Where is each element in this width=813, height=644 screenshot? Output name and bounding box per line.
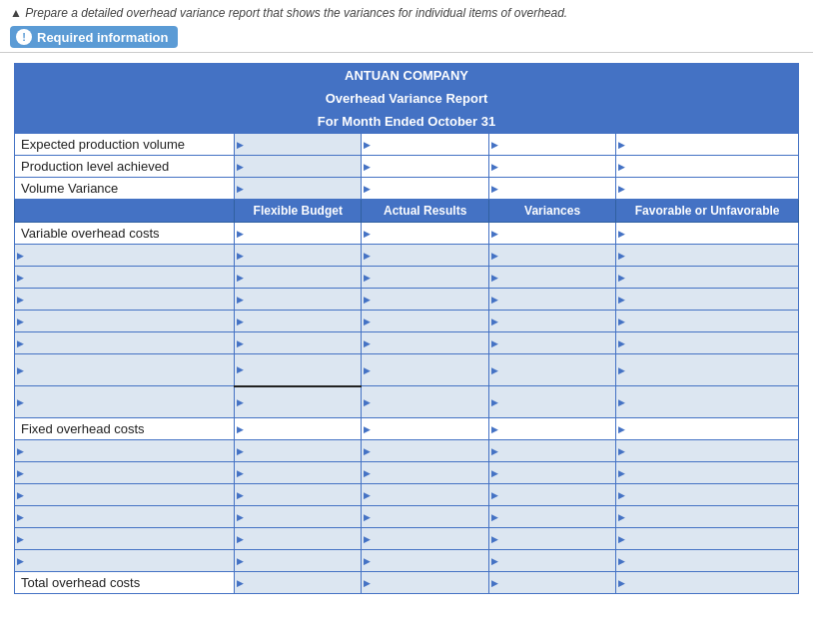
var-row-4 [15, 311, 799, 332]
var-label-7[interactable] [15, 386, 235, 418]
fixed-col2-4[interactable] [362, 506, 488, 528]
var-col1-7[interactable] [235, 386, 362, 418]
variable-section-col4 [616, 223, 799, 245]
var-col1-1[interactable] [235, 245, 362, 267]
fixed-col2-3[interactable] [362, 484, 488, 506]
var-col3-6[interactable] [488, 354, 615, 386]
fixed-col4-2[interactable] [616, 462, 799, 484]
var-row-1 [15, 245, 799, 267]
fixed-col1-1[interactable] [235, 440, 362, 462]
fixed-label-2[interactable] [15, 462, 235, 484]
var-col4-5[interactable] [616, 332, 799, 354]
volume-variance-input[interactable] [235, 178, 362, 200]
var-col4-1[interactable] [616, 245, 799, 267]
fixed-label-6[interactable] [15, 550, 235, 572]
fixed-col3-3[interactable] [488, 484, 615, 506]
required-badge: ! Required information [10, 26, 178, 48]
var-row-7 [15, 386, 799, 418]
var-col4-3[interactable] [616, 289, 799, 311]
volume-variance-label: Volume Variance [15, 178, 235, 200]
period-row: For Month Ended October 31 [15, 110, 799, 134]
var-col1-3[interactable] [235, 289, 362, 311]
total-col4[interactable] [616, 572, 799, 594]
var-label-1[interactable] [15, 245, 235, 267]
var-col3-4[interactable] [488, 311, 615, 332]
total-row: Total overhead costs [15, 572, 799, 594]
volume-variance-input2 [362, 178, 488, 200]
fixed-col4-5[interactable] [616, 528, 799, 550]
fixed-col2-6[interactable] [362, 550, 488, 572]
fixed-col1-5[interactable] [235, 528, 362, 550]
var-col3-2[interactable] [488, 267, 615, 289]
top-bar: ▲ Prepare a detailed overhead variance r… [0, 0, 813, 53]
fixed-row-2 [15, 462, 799, 484]
main-content: ANTUAN COMPANY Overhead Variance Report … [0, 53, 813, 604]
variable-section-col3 [488, 223, 615, 245]
top-notice: ▲ Prepare a detailed overhead variance r… [10, 6, 803, 20]
var-col2-5[interactable] [362, 332, 488, 354]
total-col3[interactable] [488, 572, 615, 594]
var-col1-5[interactable] [235, 332, 362, 354]
fixed-section-col1 [235, 418, 362, 440]
var-label-6[interactable] [15, 354, 235, 386]
total-col1[interactable] [235, 572, 362, 594]
fixed-col1-4[interactable] [235, 506, 362, 528]
fixed-col2-1[interactable] [362, 440, 488, 462]
variable-section-col2 [362, 223, 488, 245]
fixed-section-row: Fixed overhead costs [15, 418, 799, 440]
fixed-col4-4[interactable] [616, 506, 799, 528]
var-col3-7[interactable] [488, 386, 615, 418]
var-col2-6[interactable] [362, 354, 488, 386]
fixed-col2-2[interactable] [362, 462, 488, 484]
fixed-col1-2[interactable] [235, 462, 362, 484]
expected-production-input[interactable] [235, 134, 362, 156]
fixed-col3-4[interactable] [488, 506, 615, 528]
report-period: For Month Ended October 31 [15, 110, 799, 134]
fixed-col4-3[interactable] [616, 484, 799, 506]
var-label-4[interactable] [15, 311, 235, 332]
total-col2[interactable] [362, 572, 488, 594]
production-level-input[interactable] [235, 156, 362, 178]
var-col3-1[interactable] [488, 245, 615, 267]
var-col2-3[interactable] [362, 289, 488, 311]
var-col3-3[interactable] [488, 289, 615, 311]
var-col4-6[interactable] [616, 354, 799, 386]
col-header-row: Flexible Budget Actual Results Variances… [15, 200, 799, 223]
fixed-col1-3[interactable] [235, 484, 362, 506]
var-col2-2[interactable] [362, 267, 488, 289]
var-row-6 [15, 354, 799, 386]
production-level-input2 [362, 156, 488, 178]
var-col2-4[interactable] [362, 311, 488, 332]
fixed-label-5[interactable] [15, 528, 235, 550]
fixed-section-col3 [488, 418, 615, 440]
variable-section-label: Variable overhead costs [15, 223, 235, 245]
var-col4-2[interactable] [616, 267, 799, 289]
var-col1-2[interactable] [235, 267, 362, 289]
var-col4-7[interactable] [616, 386, 799, 418]
fixed-col3-6[interactable] [488, 550, 615, 572]
var-col3-5[interactable] [488, 332, 615, 354]
production-level-label: Production level achieved [15, 156, 235, 178]
fixed-label-3[interactable] [15, 484, 235, 506]
var-col1-6[interactable] [235, 354, 362, 386]
fixed-col1-6[interactable] [235, 550, 362, 572]
info-icon: ! [16, 29, 32, 45]
fixed-col4-1[interactable] [616, 440, 799, 462]
fixed-label-4[interactable] [15, 506, 235, 528]
var-label-3[interactable] [15, 289, 235, 311]
report-subtitle: Overhead Variance Report [15, 87, 799, 110]
var-col2-7[interactable] [362, 386, 488, 418]
fixed-col3-5[interactable] [488, 528, 615, 550]
fixed-col4-6[interactable] [616, 550, 799, 572]
var-label-5[interactable] [15, 332, 235, 354]
var-col2-1[interactable] [362, 245, 488, 267]
fixed-col2-5[interactable] [362, 528, 488, 550]
fixed-col3-2[interactable] [488, 462, 615, 484]
fixed-section-col4 [616, 418, 799, 440]
fixed-row-3 [15, 484, 799, 506]
fixed-label-1[interactable] [15, 440, 235, 462]
var-col1-4[interactable] [235, 311, 362, 332]
var-col4-4[interactable] [616, 311, 799, 332]
var-label-2[interactable] [15, 267, 235, 289]
fixed-col3-1[interactable] [488, 440, 615, 462]
